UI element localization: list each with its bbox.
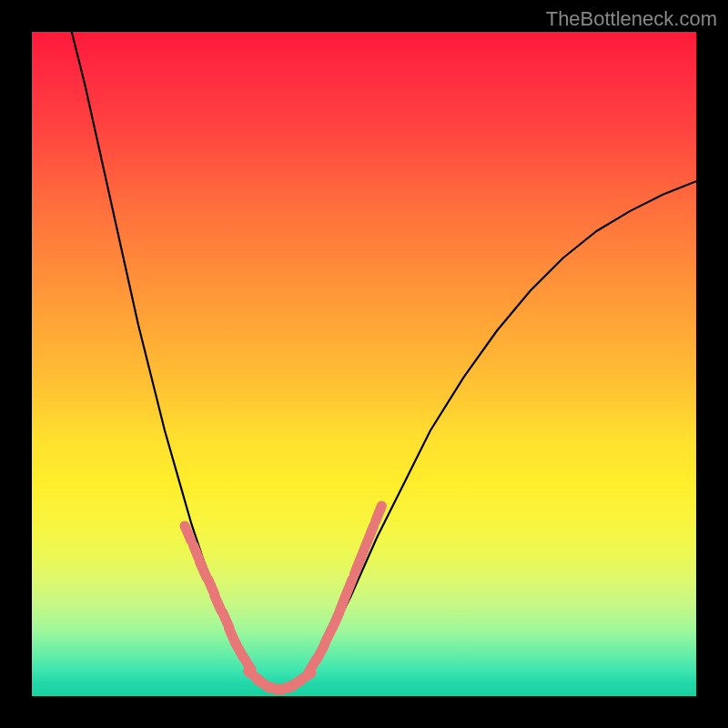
curve-marker-dash xyxy=(368,526,374,541)
curve-markers xyxy=(185,506,381,690)
bottleneck-curve xyxy=(72,32,696,690)
chart-plot-area xyxy=(32,32,696,696)
curve-marker-dash xyxy=(185,526,191,541)
watermark-text: TheBottleneck.com xyxy=(546,7,717,31)
chart-svg xyxy=(32,32,696,696)
curve-marker-dash xyxy=(376,506,382,521)
curve-marker-dash xyxy=(347,579,353,594)
